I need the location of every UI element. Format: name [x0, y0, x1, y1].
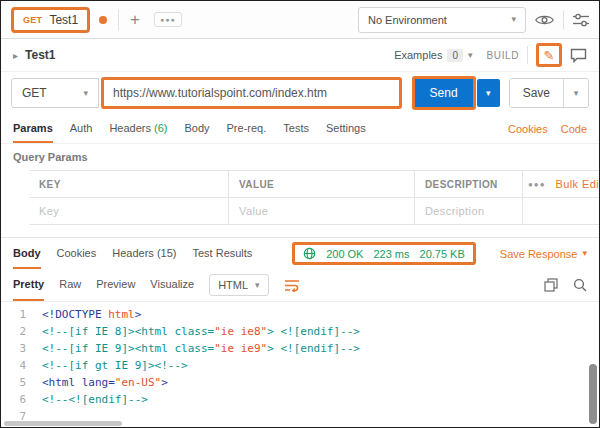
vertical-scrollbar[interactable] [589, 364, 597, 424]
examples-dropdown[interactable]: Examples 0 ▾ [394, 49, 472, 62]
chevron-down-icon: ▾ [486, 89, 491, 98]
send-options-button[interactable]: ▾ [477, 79, 500, 107]
tab-tests[interactable]: Tests [283, 114, 309, 143]
view-mode-visualize[interactable]: Visualize [150, 269, 194, 301]
request-tabs-right: Cookies Code [508, 114, 587, 143]
code-link[interactable]: Code [561, 123, 587, 135]
request-tabs: Params Auth Headers (6) Body Pre-req. Te… [1, 114, 599, 144]
format-label: HTML [218, 279, 248, 291]
status-badge[interactable]: 200 OK [326, 248, 363, 260]
save-options-button[interactable]: ▾ [563, 79, 588, 107]
environment-selector[interactable]: No Environment ▾ [358, 7, 526, 33]
url-text: https://www.tutorialspoint.com/index.htm [113, 86, 327, 100]
response-tab-test-results[interactable]: Test Results [192, 238, 252, 269]
comment-bubble-icon [570, 48, 587, 63]
wrap-text-button[interactable] [284, 269, 300, 301]
title-row-right: Examples 0 ▾ BUILD ✎ [394, 43, 587, 67]
horizontal-scrollbar[interactable] [4, 421, 122, 426]
column-header-value: VALUE [229, 171, 415, 197]
value-input[interactable]: Value [229, 198, 415, 224]
method-dropdown[interactable]: GET ▾ [11, 78, 99, 108]
tab-bar: GET Test1 + ●●● No Environment ▾ [1, 1, 599, 39]
response-tab-headers[interactable]: Headers (15) [112, 238, 176, 269]
copy-button[interactable] [544, 278, 558, 292]
postman-window: GET Test1 + ●●● No Environment ▾ ▸ Test1 [0, 0, 600, 428]
description-input[interactable]: Description [415, 198, 523, 224]
url-input[interactable]: https://www.tutorialspoint.com/index.htm [101, 77, 402, 109]
tab-title: Test1 [49, 13, 78, 27]
network-globe-icon [303, 247, 316, 260]
divider [527, 46, 528, 64]
view-mode-raw[interactable]: Raw [59, 269, 81, 301]
tab-method-label: GET [23, 15, 42, 25]
table-header-actions: ●●● Bulk Edit [523, 171, 600, 197]
topbar-right: No Environment ▾ [358, 7, 589, 33]
response-toolbar-right [544, 269, 587, 301]
key-input[interactable]: Key [29, 198, 229, 224]
settings-sliders-button[interactable] [573, 13, 589, 27]
eye-icon [535, 13, 554, 27]
chevron-down-icon: ▾ [83, 89, 88, 98]
code-lines: <!DOCTYPE html><!--[if IE 8]><html class… [33, 306, 599, 427]
environment-label: No Environment [368, 14, 447, 26]
tab-params[interactable]: Params [13, 114, 53, 143]
query-params-title: Query Params [1, 144, 599, 170]
pencil-icon: ✎ [544, 48, 555, 63]
search-button[interactable] [573, 278, 587, 292]
chevron-down-icon: ▾ [255, 281, 260, 290]
edit-mode-button[interactable]: ✎ [536, 43, 562, 67]
response-tab-cookies[interactable]: Cookies [57, 238, 97, 269]
comments-button[interactable] [570, 48, 587, 63]
response-body-editor[interactable]: 1234567 <!DOCTYPE html><!--[if IE 8]><ht… [1, 302, 599, 427]
save-response-button[interactable]: Save Response ▾ [500, 238, 587, 269]
response-tab-body[interactable]: Body [13, 238, 41, 269]
spacer [1, 225, 599, 237]
save-response-label: Save Response [500, 248, 578, 260]
tab-body[interactable]: Body [184, 114, 209, 143]
chevron-down-icon: ▾ [574, 89, 579, 98]
headers-label: Headers [109, 122, 151, 134]
environment-quick-look-button[interactable] [535, 13, 554, 27]
tab-pre-request[interactable]: Pre-req. [227, 114, 267, 143]
table-row: Key Value Description [29, 198, 599, 225]
disclosure-triangle-icon[interactable]: ▸ [13, 50, 18, 61]
format-dropdown[interactable]: HTML ▾ [209, 274, 268, 296]
response-tabs: Body Cookies Headers (15) Test Results 2… [1, 237, 599, 269]
chevron-down-icon: ▾ [468, 51, 473, 60]
tab-options-button[interactable]: ●●● [154, 12, 182, 27]
request-tab[interactable]: GET Test1 [11, 7, 90, 33]
tab-settings[interactable]: Settings [326, 114, 366, 143]
method-label: GET [22, 86, 47, 100]
divider [563, 11, 564, 29]
tab-auth[interactable]: Auth [70, 114, 93, 143]
request-builder-row: GET ▾ https://www.tutorialspoint.com/ind… [1, 72, 599, 114]
new-tab-button[interactable]: + [130, 11, 140, 28]
build-label: BUILD [487, 50, 519, 61]
response-view-toolbar: Pretty Raw Preview Visualize HTML ▾ [1, 269, 599, 302]
search-icon [573, 278, 587, 292]
query-params-table: KEY VALUE DESCRIPTION ●●● Bulk Edit Key … [29, 170, 599, 225]
save-button-group: Save ▾ [509, 78, 589, 108]
view-mode-pretty[interactable]: Pretty [13, 269, 44, 301]
row-actions [523, 198, 599, 224]
examples-label: Examples [394, 49, 442, 61]
sliders-icon [573, 13, 589, 27]
headers-count: (6) [154, 122, 167, 134]
column-options-button[interactable]: ●●● [528, 180, 546, 189]
divider [118, 10, 119, 30]
cookies-link[interactable]: Cookies [508, 123, 548, 135]
save-button[interactable]: Save [510, 79, 563, 107]
column-header-key: KEY [29, 171, 229, 197]
request-name: Test1 [25, 48, 55, 62]
send-button[interactable]: Send [412, 76, 476, 110]
response-size[interactable]: 20.75 KB [420, 248, 465, 260]
bulk-edit-link[interactable]: Bulk Edit [556, 178, 600, 190]
wrap-text-icon [284, 279, 300, 292]
code-gutter: 1234567 [1, 306, 33, 427]
response-time[interactable]: 223 ms [373, 248, 409, 260]
view-mode-preview[interactable]: Preview [96, 269, 135, 301]
tab-headers[interactable]: Headers (6) [109, 114, 167, 143]
examples-count-badge: 0 [447, 49, 463, 62]
unsaved-changes-dot-icon [99, 16, 107, 24]
send-button-group: Send ▾ [412, 76, 500, 110]
